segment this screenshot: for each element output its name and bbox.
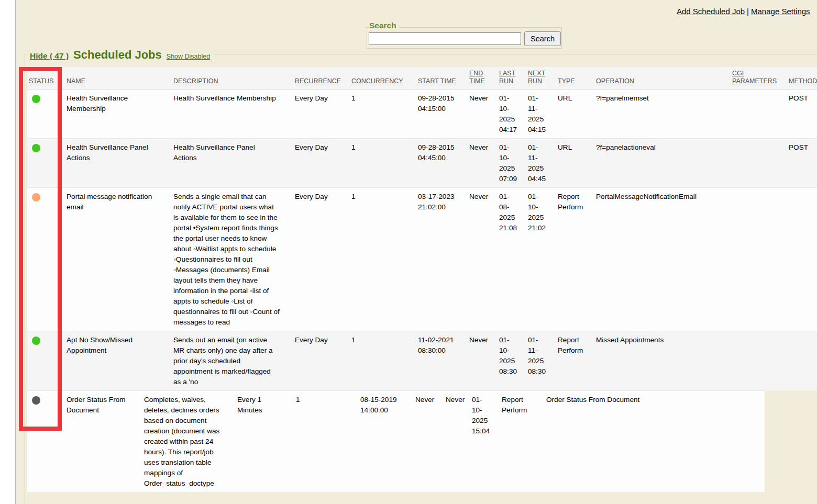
cell-operation: PortalMessageNotificationEmail [594,188,731,331]
cell-cgi_parameters [731,188,787,331]
cell-status [27,139,65,188]
cell-type: Report Perform [556,331,594,391]
cell-start_time: 03-17-2023 21:02:00 [416,188,468,331]
cell-last_run: 01-10-2025 07:09 [498,139,526,188]
cell-concurrency: 1 [350,188,416,331]
col-header-operation[interactable]: OPERATION [594,67,731,89]
top-action-links: Add Scheduled Job|Manage Settings [677,7,810,16]
job-row[interactable]: Apt No Show/Missed AppointmentSends out … [27,331,817,391]
show-disabled-link[interactable]: Show Disabled [167,53,210,60]
jobs-table-area: STATUS NAME DESCRIPTION RECURRENCE CONCU… [27,67,817,492]
cell-status [27,89,65,139]
cell-end_time: Never [468,331,498,391]
cell-method [787,188,817,331]
cell-status [27,391,65,492]
scheduled-jobs-table-continued: Order Status From DocumentCompletes, wai… [27,390,765,492]
cell-recurrence: Every Day [293,331,350,391]
col-header-type[interactable]: TYPE [556,67,594,89]
cell-type: Report Perform [556,188,594,331]
cell-start_time: 11-02-2021 08:30:00 [416,331,468,391]
page-title: Scheduled Jobs [73,48,162,62]
cell-end_time: Never [414,391,444,492]
job-row[interactable]: Health Surveillance Panel ActionsHealth … [27,139,817,188]
cell-last_run: 01-10-2025 04:17 [498,89,526,139]
scheduled-jobs-page: Add Scheduled Job|Manage Settings Search… [0,0,817,504]
cell-end_time: Never [468,188,498,331]
status-dot-green [32,144,40,152]
left-margin-strip [0,0,16,504]
job-row[interactable]: Portal message notification emailSends a… [27,188,817,331]
cell-type: Report Perform [500,391,545,492]
cell-type: URL [556,89,594,139]
cell-end_time: Never [468,89,498,139]
status-dot-green [32,337,40,345]
cell-recurrence: Every Day [293,89,350,139]
cell-start_time: 08-15-2019 14:00:00 [359,391,414,492]
cell-recurrence: Every Day [293,188,350,331]
col-header-end-time[interactable]: END TIME [468,67,498,89]
cell-method: POST [787,89,817,139]
job-row[interactable]: Health Surveillance MembershipHealth Sur… [27,89,817,139]
cell-recurrence: Every Day [293,139,350,188]
cell-concurrency: 1 [350,139,416,188]
search-button[interactable]: Search [524,31,561,46]
cell-last_run: 01-10-2025 08:30 [498,331,526,391]
search-legend: Search [369,21,400,30]
scheduled-jobs-table: STATUS NAME DESCRIPTION RECURRENCE CONCU… [27,67,817,390]
job-row[interactable]: Order Status From DocumentCompletes, wai… [27,391,765,492]
cell-description: Sends out an email (on active MR charts … [172,331,293,391]
cell-method [723,391,765,492]
cell-start_time: 09-28-2015 04:45:00 [416,139,468,188]
cell-operation: ?f=panelactioneval [594,139,731,188]
cell-description: Health Surveillance Membership [172,89,293,139]
cell-description: Completes, waives, deletes, declines ord… [142,391,236,492]
cell-last_run: Never [444,391,470,492]
cell-name: Health Surveillance Membership [65,89,172,139]
cell-recurrence: Every 1 Minutes [236,391,294,492]
table-header-row: STATUS NAME DESCRIPTION RECURRENCE CONCU… [27,67,817,89]
cell-last_run: 01-08-2025 21:08 [498,188,526,331]
cell-operation: Order Status From Document [545,391,670,492]
cell-cgi_parameters [731,331,787,391]
cell-concurrency: 1 [350,331,416,391]
cell-concurrency: 1 [350,89,416,139]
cell-name: Portal message notification email [65,188,172,331]
cell-operation: Missed Appointments [594,331,731,391]
cell-description: Health Surveillance Panel Actions [172,139,293,188]
cell-name: Apt No Show/Missed Appointment [65,331,172,391]
cell-end_time: Never [468,139,498,188]
cell-status [27,331,65,391]
link-separator: | [745,7,751,16]
col-header-start-time[interactable]: START TIME [416,67,468,89]
status-dot-gray [32,396,40,405]
cell-type: URL [556,139,594,188]
cell-status [27,188,65,331]
cell-next_run: 01-11-2025 04:15 [526,89,556,139]
col-header-next-run[interactable]: NEXT RUN [526,67,556,89]
cell-operation: ?f=panelmemset [594,89,731,139]
cell-cgi_parameters [731,139,787,188]
col-header-status[interactable]: STATUS [27,67,65,89]
manage-settings-link[interactable]: Manage Settings [751,7,810,16]
cell-next_run: 01-11-2025 04:45 [526,139,556,188]
search-input[interactable] [369,32,521,45]
cell-next_run: 01-10-2025 15:04 [470,391,500,492]
status-dot-orange [32,193,40,201]
col-header-cgi-parameters[interactable]: CGI PARAMETERS [731,67,787,89]
col-header-method[interactable]: METHOD [787,67,817,89]
add-scheduled-job-link[interactable]: Add Scheduled Job [677,7,745,16]
col-header-description[interactable]: DESCRIPTION [172,67,293,89]
col-header-name[interactable]: NAME [65,67,172,89]
status-dot-green [32,95,40,103]
cell-cgi_parameters [731,89,787,139]
cell-name: Order Status From Document [65,391,142,492]
cell-name: Health Surveillance Panel Actions [65,139,172,188]
cell-start_time: 09-28-2015 04:15:00 [416,89,468,139]
hide-count-link[interactable]: Hide ( 47 ) [30,51,69,61]
col-header-last-run[interactable]: LAST RUN [498,67,526,89]
cell-next_run: 01-10-2025 21:02 [526,188,556,331]
col-header-recurrence[interactable]: RECURRENCE [293,67,350,89]
col-header-concurrency[interactable]: CONCURRENCY [350,67,416,89]
cell-description: Sends a single email that can notify ACT… [172,188,293,331]
cell-cgi_parameters [670,391,723,492]
